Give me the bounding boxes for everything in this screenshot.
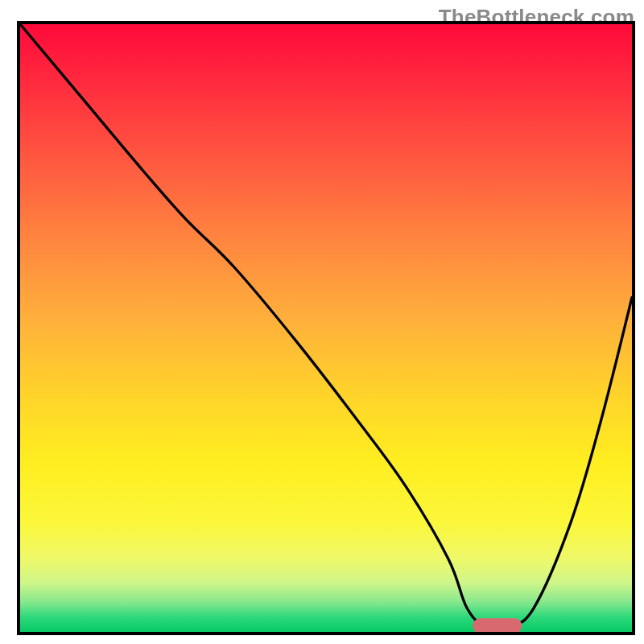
chart-svg — [0, 0, 644, 644]
chart-container: TheBottleneck.com — [0, 0, 644, 644]
optimum-marker — [473, 618, 522, 634]
chart-background — [20, 24, 632, 632]
